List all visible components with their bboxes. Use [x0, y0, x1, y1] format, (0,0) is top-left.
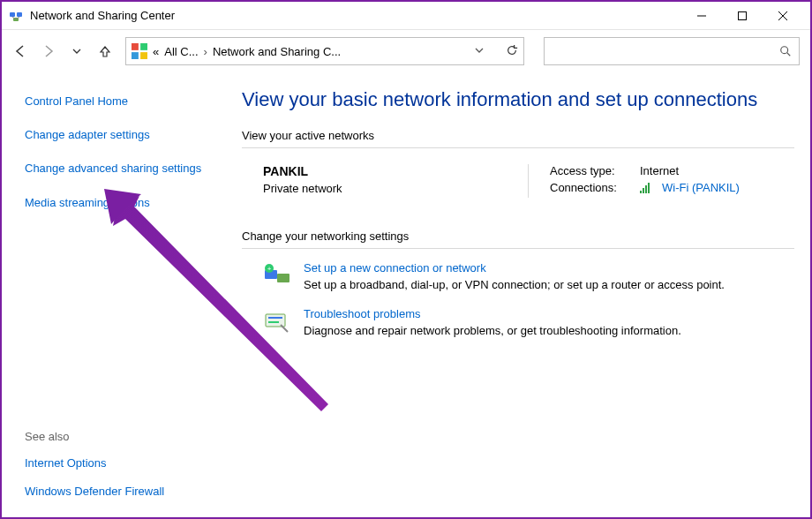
network-center-icon [9, 9, 23, 23]
new-connection-icon: + [263, 261, 291, 290]
network-type: Private network [263, 182, 528, 195]
access-type-value: Internet [640, 164, 679, 177]
access-type-label: Access type: [550, 164, 631, 177]
breadcrumb-overflow[interactable]: « [153, 45, 159, 58]
svg-rect-11 [132, 52, 139, 59]
divider [242, 147, 794, 148]
sidebar-link-advanced-sharing[interactable]: Change advanced sharing settings [25, 161, 205, 177]
svg-rect-10 [140, 43, 147, 50]
up-button[interactable] [97, 43, 113, 59]
search-input[interactable] [544, 37, 800, 65]
svg-rect-1 [17, 12, 22, 17]
svg-point-13 [781, 47, 788, 54]
active-networks-label: View your active networks [242, 129, 794, 142]
option-troubleshoot-link[interactable]: Troubleshoot problems [304, 307, 420, 320]
svg-rect-12 [140, 52, 147, 59]
refresh-button[interactable] [506, 44, 518, 59]
close-button[interactable] [763, 3, 803, 29]
search-icon [779, 45, 792, 57]
option-new-connection: + Set up a new connection or network Set… [263, 261, 794, 291]
connections-label: Connections: [550, 181, 631, 194]
option-troubleshoot-desc: Diagnose and repair network problems, or… [304, 324, 681, 337]
address-dropdown[interactable] [474, 45, 485, 58]
see-also-firewall[interactable]: Windows Defender Firewall [25, 484, 205, 500]
see-also-header: See also [25, 430, 205, 443]
main-content: View your basic network information and … [222, 72, 810, 517]
svg-line-14 [787, 53, 791, 56]
connection-link[interactable]: Wi-Fi (PANKIL) [662, 181, 740, 194]
svg-rect-9 [132, 43, 139, 50]
minimize-button[interactable] [681, 3, 722, 29]
troubleshoot-icon [263, 307, 291, 335]
chevron-right-icon: › [204, 45, 207, 58]
wifi-signal-icon [640, 183, 650, 193]
sidebar-link-home[interactable]: Control Panel Home [25, 94, 205, 109]
svg-rect-6 [739, 11, 747, 19]
page-heading: View your basic network information and … [242, 88, 794, 111]
sidebar-link-adapter[interactable]: Change adapter settings [25, 127, 205, 143]
address-bar[interactable]: « All C... › Network and Sharing C... [125, 37, 524, 65]
see-also-internet-options[interactable]: Internet Options [25, 455, 205, 471]
breadcrumb-seg1[interactable]: All C... [164, 45, 198, 58]
option-new-connection-link[interactable]: Set up a new connection or network [304, 261, 486, 275]
address-icon [132, 43, 147, 59]
option-troubleshoot: Troubleshoot problems Diagnose and repai… [263, 307, 794, 337]
see-also-section: See also Internet Options Windows Defend… [25, 430, 205, 507]
svg-text:+: + [267, 265, 272, 273]
breadcrumb-seg2[interactable]: Network and Sharing C... [213, 45, 341, 58]
active-network-row: PANKIL Private network Access type: Inte… [242, 159, 794, 208]
svg-rect-16 [277, 274, 289, 282]
navbar: « All C... › Network and Sharing C... [2, 30, 810, 72]
maximize-button[interactable] [722, 3, 763, 29]
back-button[interactable] [12, 43, 28, 59]
recent-dropdown[interactable] [69, 43, 85, 59]
divider [242, 248, 794, 249]
window-title: Network and Sharing Center [30, 9, 175, 22]
svg-rect-19 [266, 314, 285, 327]
forward-button[interactable] [41, 43, 56, 59]
svg-rect-0 [10, 12, 15, 17]
option-new-connection-desc: Set up a broadband, dial-up, or VPN conn… [304, 278, 725, 291]
sidebar-link-media-streaming[interactable]: Media streaming options [25, 195, 205, 211]
network-name: PANKIL [263, 164, 528, 178]
titlebar: Network and Sharing Center [2, 2, 810, 30]
sidebar: Control Panel Home Change adapter settin… [2, 72, 222, 517]
change-settings-label: Change your networking settings [242, 229, 794, 243]
